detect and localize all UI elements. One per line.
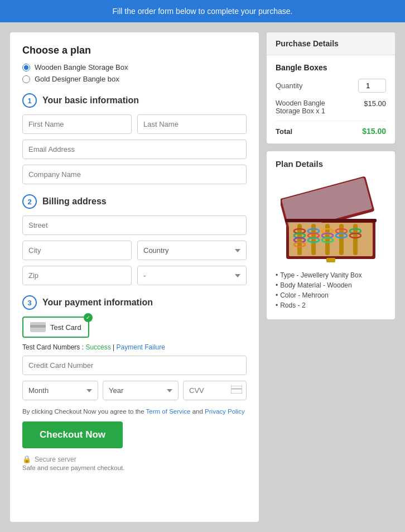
svg-rect-27 — [285, 219, 377, 222]
cvv-wrap — [183, 381, 247, 400]
item-name: Wooden Bangle Storage Box x 1 — [276, 99, 348, 115]
street-input[interactable] — [22, 215, 247, 235]
plan-label-wooden: Wooden Bangle Storage Box — [35, 63, 128, 71]
item-price: $15.00 — [364, 99, 386, 108]
plan-label-gold: Gold Designer Bangle box — [35, 75, 119, 83]
plan-details-box: Plan Details — [267, 151, 395, 319]
svg-rect-28 — [326, 258, 335, 262]
qty-input[interactable] — [358, 79, 386, 93]
feature-material: Body Material - Wooden — [276, 281, 386, 289]
section1-number: 1 — [22, 93, 37, 108]
test-card-prefix: Test Card Numbers : — [22, 343, 85, 351]
terms-link1[interactable]: Term of Service — [146, 408, 191, 415]
zip-state-row: - — [22, 266, 247, 285]
test-card-numbers: Test Card Numbers : Success | Payment Fa… — [22, 343, 247, 351]
lock-icon: 🔒 — [22, 455, 31, 463]
feature-color: Color - Mehroon — [276, 291, 386, 299]
terms-link2[interactable]: Privacy Policy — [205, 408, 245, 415]
feature-type: Type - Jewellery Vanity Box — [276, 271, 386, 279]
section2-header: 2 Billing address — [22, 194, 247, 209]
test-card-option[interactable]: Test Card ✓ — [22, 317, 89, 338]
last-name-input[interactable] — [137, 114, 247, 134]
company-input[interactable] — [22, 165, 247, 184]
qty-label: Quantity — [276, 82, 302, 90]
top-banner: Fill the order form below to complete yo… — [0, 0, 405, 22]
feature-rods: Rods - 2 — [276, 301, 386, 309]
terms-before: By clicking Checkout Now you agree to th… — [22, 408, 146, 415]
state-select[interactable]: - — [137, 266, 247, 285]
purchase-details-box: Purchase Details Bangle Boxes Quantity W… — [267, 32, 395, 143]
section3-header: 3 Your payment information — [22, 295, 247, 310]
section2-number: 2 — [22, 194, 37, 209]
product-features: Type - Jewellery Vanity Box Body Materia… — [276, 271, 386, 309]
check-badge: ✓ — [84, 313, 93, 322]
terms-text: By clicking Checkout Now you agree to th… — [22, 408, 247, 415]
choose-plan-title: Choose a plan — [22, 45, 247, 56]
country-select[interactable]: Country — [137, 241, 247, 260]
svg-rect-3 — [231, 388, 242, 390]
month-select[interactable]: Month 01 02 03 04 05 06 07 08 09 10 11 1… — [22, 381, 98, 400]
svg-rect-1 — [30, 325, 46, 328]
product-image-wrap — [276, 175, 386, 265]
cvv-card-svg — [231, 386, 242, 394]
email-input[interactable] — [22, 140, 247, 159]
street-row — [22, 215, 247, 235]
payment-date-row: Month 01 02 03 04 05 06 07 08 09 10 11 1… — [22, 381, 247, 400]
name-row — [22, 114, 247, 134]
card-svg — [30, 322, 46, 332]
secure-row: 🔒 Secure server — [22, 455, 76, 463]
section1-title: Your basic information — [42, 95, 139, 106]
purchase-details-body: Bangle Boxes Quantity Wooden Bangle Stor… — [267, 55, 395, 143]
qty-row: Quantity — [276, 79, 386, 93]
plan-option-wooden[interactable]: Wooden Bangle Storage Box — [22, 63, 247, 71]
card-icon — [30, 322, 46, 332]
terms-middle: and — [191, 408, 205, 415]
total-amount: $15.00 — [362, 127, 386, 136]
plan-option-gold[interactable]: Gold Designer Bangle box — [22, 75, 247, 83]
secure-note: Safe and secure payment checkout. — [22, 464, 124, 471]
right-panel: Purchase Details Bangle Boxes Quantity W… — [267, 32, 395, 522]
checkout-button[interactable]: Checkout Now — [22, 421, 123, 448]
product-image — [281, 175, 381, 265]
section2-title: Billing address — [42, 196, 107, 207]
item-row: Wooden Bangle Storage Box x 1 $15.00 — [276, 99, 386, 121]
secure-label: Secure server — [35, 456, 76, 463]
choose-plan-section: Choose a plan Wooden Bangle Storage Box … — [22, 45, 247, 83]
banner-text: Fill the order form below to complete yo… — [113, 7, 293, 16]
total-label: Total — [276, 127, 292, 136]
zip-input[interactable] — [22, 266, 132, 285]
test-card-label: Test Card — [50, 323, 81, 332]
plan-radio-wooden[interactable] — [22, 64, 30, 71]
cvv-card-icon — [231, 386, 242, 396]
city-country-row: Country — [22, 241, 247, 260]
left-panel: Choose a plan Wooden Bangle Storage Box … — [10, 32, 259, 522]
credit-card-row — [22, 356, 247, 375]
plan-details-title: Plan Details — [276, 159, 386, 169]
section3-title: Your payment information — [42, 298, 153, 308]
year-select[interactable]: Year 2024 2025 2026 2027 2028 — [103, 381, 179, 400]
secure-section: 🔒 Secure server Safe and secure payment … — [22, 455, 247, 471]
city-input[interactable] — [22, 241, 132, 260]
section3-number: 3 — [22, 295, 37, 310]
success-link[interactable]: Success — [85, 343, 110, 351]
bangle-boxes-title: Bangle Boxes — [276, 63, 386, 72]
plan-radio-gold[interactable] — [22, 75, 30, 83]
email-row — [22, 140, 247, 159]
credit-card-input[interactable] — [22, 356, 247, 375]
first-name-input[interactable] — [22, 114, 132, 134]
company-row — [22, 165, 247, 184]
section1-header: 1 Your basic information — [22, 93, 247, 108]
total-row: Total $15.00 — [276, 127, 386, 136]
purchase-details-header: Purchase Details — [267, 32, 395, 55]
failure-link[interactable]: Payment Failure — [117, 343, 165, 351]
